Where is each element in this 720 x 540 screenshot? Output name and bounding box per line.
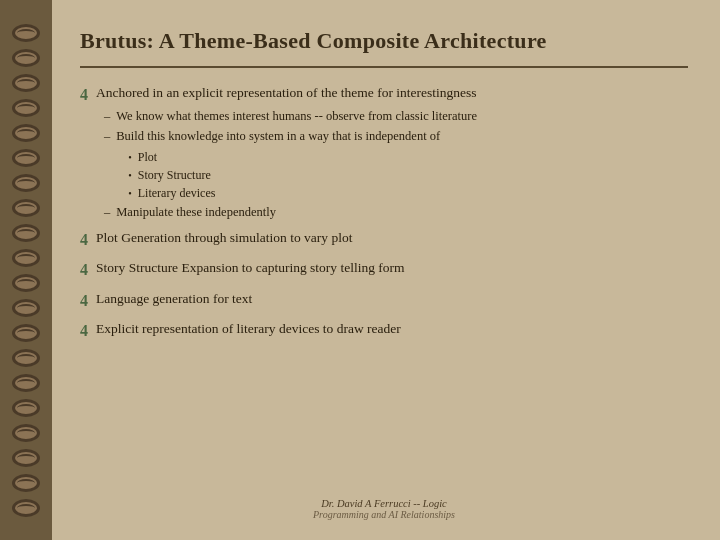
bullet-list: 4 Anchored in an explicit representation… (80, 84, 688, 488)
footer: Dr. David A Ferrucci -- Logic Programmin… (80, 498, 688, 520)
spiral-ring (12, 99, 40, 117)
spiral-ring (12, 299, 40, 317)
sub-sub-dot: • (128, 169, 132, 183)
sub-sub-list: • Plot • Story Structure • (128, 149, 440, 202)
sub-sub-text-2: Story Structure (138, 167, 211, 183)
spiral-ring (12, 349, 40, 367)
slide-title: Brutus: A Theme-Based Composite Architec… (80, 28, 688, 54)
spiral-ring (12, 499, 40, 517)
bullet-diamond-2: 4 (80, 229, 88, 251)
bullet-text-4: Language generation for text (96, 290, 252, 309)
bullet-text-3: Story Structure Expansion to capturing s… (96, 259, 405, 278)
spiral-ring (12, 224, 40, 242)
spiral-ring (12, 174, 40, 192)
sub-dash: – (104, 108, 110, 125)
spiral-ring (12, 124, 40, 142)
bullet-text-1: Anchored in an explicit representation o… (96, 85, 477, 100)
bullet-diamond-4: 4 (80, 290, 88, 312)
sub-sub-item-1: • Plot (128, 149, 440, 165)
bullet-item-4: 4 Language generation for text (80, 290, 688, 312)
slide-content: Brutus: A Theme-Based Composite Architec… (52, 0, 720, 540)
slide-container: Brutus: A Theme-Based Composite Architec… (0, 0, 720, 540)
spiral-ring (12, 449, 40, 467)
sub-text-1-1: We know what themes interest humans -- o… (116, 108, 477, 125)
spiral-ring (12, 399, 40, 417)
bullet-item-3: 4 Story Structure Expansion to capturing… (80, 259, 688, 281)
spiral-ring (12, 424, 40, 442)
bullet-diamond-5: 4 (80, 320, 88, 342)
sub-dash: – (104, 128, 110, 145)
bullet-diamond-1: 4 (80, 84, 88, 106)
footer-line1: Dr. David A Ferrucci -- Logic (80, 498, 688, 509)
spiral-ring (12, 199, 40, 217)
sub-sub-text-3: Literary devices (138, 185, 216, 201)
bullet-diamond-3: 4 (80, 259, 88, 281)
spiral-ring (12, 24, 40, 42)
title-divider (80, 66, 688, 68)
spiral-ring (12, 74, 40, 92)
sub-item-1-3: – Manipulate these independently (104, 204, 477, 221)
sub-item-1-2: – Build this knowledge into system in a … (104, 128, 477, 201)
sub-sub-text-1: Plot (138, 149, 157, 165)
sub-dash: – (104, 204, 110, 221)
bullet-item-1: 4 Anchored in an explicit representation… (80, 84, 688, 221)
spiral-ring (12, 274, 40, 292)
sub-text-1-2: Build this knowledge into system in a wa… (116, 129, 440, 143)
footer-line2: Programming and AI Relationships (80, 509, 688, 520)
sub-sub-item-3: • Literary devices (128, 185, 440, 201)
sub-sub-dot: • (128, 187, 132, 201)
spiral-ring (12, 149, 40, 167)
sub-item-1-1: – We know what themes interest humans --… (104, 108, 477, 125)
bullet-item-2: 4 Plot Generation through simulation to … (80, 229, 688, 251)
spiral-ring (12, 324, 40, 342)
bullet-text-2: Plot Generation through simulation to va… (96, 229, 352, 248)
sub-text-1-3: Manipulate these independently (116, 204, 276, 221)
bullet-text-5: Explicit representation of literary devi… (96, 320, 401, 339)
sub-sub-dot: • (128, 151, 132, 165)
spiral-ring (12, 49, 40, 67)
spiral-binding (0, 0, 52, 540)
spiral-ring (12, 474, 40, 492)
spiral-ring (12, 249, 40, 267)
spiral-ring (12, 374, 40, 392)
sub-list-1: – We know what themes interest humans --… (104, 108, 477, 221)
sub-sub-item-2: • Story Structure (128, 167, 440, 183)
bullet-item-5: 4 Explicit representation of literary de… (80, 320, 688, 342)
